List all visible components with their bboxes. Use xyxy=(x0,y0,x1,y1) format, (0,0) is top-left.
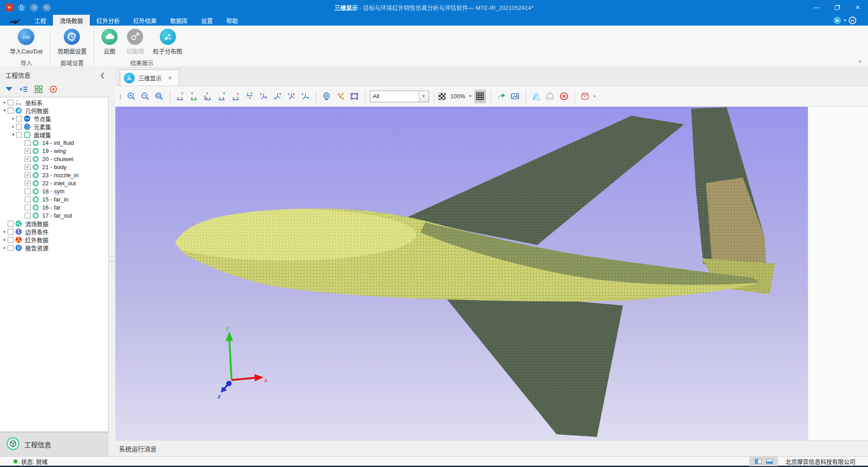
grid-view-icon[interactable] xyxy=(34,85,43,95)
filter-icon[interactable] xyxy=(4,85,13,95)
display-filter-combobox[interactable]: All ▼ xyxy=(370,91,429,102)
tree-checkbox[interactable]: ✓ xyxy=(25,172,31,178)
grid-toggle-icon[interactable] xyxy=(474,90,486,103)
tree-checkbox[interactable] xyxy=(16,124,22,130)
expander-icon[interactable]: ▸ xyxy=(10,124,16,129)
tree-checkbox[interactable] xyxy=(8,229,13,235)
zoom-out-icon[interactable] xyxy=(140,90,151,103)
tree-item-18-sym[interactable]: 18 - sym xyxy=(0,187,108,195)
tree-checkbox[interactable]: ✓ xyxy=(25,156,31,162)
expander-icon[interactable]: ▸ xyxy=(10,116,16,121)
tree-item-16-far[interactable]: 16 - far xyxy=(0,203,108,211)
panel-collapse-icon[interactable]: ❮ xyxy=(100,72,105,79)
panel-footer-tab[interactable]: 工程信息 xyxy=(0,432,109,456)
zoom-fit-icon[interactable] xyxy=(153,90,165,103)
view-iso-3-icon[interactable]: zx xyxy=(286,90,298,103)
menu-item-ir-analysis[interactable]: 红外分析 xyxy=(90,15,127,26)
maximize-button[interactable] xyxy=(827,0,847,15)
tree-checkbox[interactable] xyxy=(8,108,13,113)
layout-bottom-panel-icon[interactable] xyxy=(766,459,773,464)
expander-icon[interactable]: ▸ xyxy=(2,100,8,105)
tree-checkbox[interactable] xyxy=(25,205,31,210)
view-front-icon[interactable]: Yxz xyxy=(175,90,186,103)
tree-checkbox[interactable] xyxy=(8,237,13,243)
zoom-level-value[interactable]: 100% xyxy=(451,93,465,100)
view-bottom-icon[interactable]: zYx xyxy=(244,90,256,103)
undo-icon[interactable]: ↺ xyxy=(30,4,38,12)
view-back-icon[interactable]: Yzx xyxy=(189,90,200,103)
tree-item-23-nozzle_in[interactable]: ✓23 - nozzle_in xyxy=(0,171,108,179)
new-document-icon[interactable] xyxy=(18,4,26,12)
expander-icon[interactable]: ▾ xyxy=(10,132,16,137)
tree-item-17-far_out[interactable]: 17 - far_out xyxy=(0,211,108,219)
tree-item-19-wing[interactable]: ✓19 - wing xyxy=(0,147,108,155)
tree-item-report-resources[interactable]: ▸报告资源 xyxy=(0,244,108,252)
import-cas-dat-button[interactable]: cas导入Cas/Dat xyxy=(6,27,46,58)
tree-checkbox[interactable] xyxy=(8,221,13,227)
expander-icon[interactable]: ▸ xyxy=(2,245,8,250)
zoom-in-icon[interactable] xyxy=(126,90,137,103)
opacity-checker-icon[interactable] xyxy=(438,93,446,100)
tab-close-icon[interactable]: ✕ xyxy=(168,75,172,81)
view-left-icon[interactable]: Yxz xyxy=(202,90,214,103)
mirror-icon[interactable] xyxy=(530,90,542,103)
combo-dropdown-icon[interactable]: ▼ xyxy=(419,91,429,102)
expander-icon[interactable]: ▾ xyxy=(2,108,8,113)
layout-left-panel-icon[interactable] xyxy=(755,459,762,464)
menu-item-settings[interactable]: 设置 xyxy=(194,15,219,26)
app-icon[interactable] xyxy=(5,4,13,11)
tree-checkbox[interactable] xyxy=(8,100,13,105)
tree-item-20-chuiwei[interactable]: ✓20 - chuiwei xyxy=(0,155,108,163)
tree-checkbox[interactable] xyxy=(8,245,13,251)
tree-checkbox[interactable] xyxy=(25,196,31,202)
package-caret-icon[interactable]: ∨ xyxy=(593,94,596,98)
delete-icon[interactable] xyxy=(558,90,570,103)
tree-checkbox[interactable]: ✓ xyxy=(25,164,31,170)
contour-map-button[interactable]: 云图 xyxy=(98,27,121,58)
tree-checkbox[interactable] xyxy=(25,213,31,218)
zoom-level-caret-icon[interactable]: ▼ xyxy=(469,94,472,98)
target-icon[interactable] xyxy=(49,85,58,95)
probe-view-icon[interactable] xyxy=(321,90,333,103)
tree-item-face-set[interactable]: ▾面域集 xyxy=(0,131,108,139)
tree-item-geometry-data[interactable]: ▾几何数据 xyxy=(0,106,108,114)
export-arrow-icon[interactable] xyxy=(495,90,507,103)
selection-box-icon[interactable] xyxy=(349,90,360,103)
tree-checkbox[interactable] xyxy=(16,116,22,122)
expander-icon[interactable]: ▸ xyxy=(2,237,8,242)
tree-checkbox[interactable]: ✓ xyxy=(25,180,31,186)
view-iso-2-icon[interactable]: Yz xyxy=(272,90,284,103)
tree-item-boundary-conditions[interactable]: ▸边界条件 xyxy=(0,227,108,236)
redo-icon[interactable]: ↻ xyxy=(43,4,51,12)
periodic-face-setting-button[interactable]: 周期面设置 xyxy=(54,27,90,58)
tree-item-flow-field-data[interactable]: 流场数据 xyxy=(0,219,108,227)
view-iso-1-icon[interactable]: zx xyxy=(258,90,270,103)
menu-item-database[interactable]: 数据库 xyxy=(163,15,194,26)
view-right-icon[interactable]: Yzx xyxy=(216,90,228,103)
minimize-button[interactable]: — xyxy=(806,0,827,15)
help-media-icon[interactable]: ▶ xyxy=(833,17,841,24)
menu-item-ir-results[interactable]: 红外结果 xyxy=(127,15,163,26)
package-box-icon[interactable] xyxy=(579,90,591,103)
tree-item-22-inlet_out[interactable]: ✓22 - inlet_out xyxy=(0,179,108,187)
tree-checkbox[interactable] xyxy=(25,140,31,146)
3d-viewport[interactable]: y x z xyxy=(115,107,808,440)
particle-distribution-map-button[interactable]: 粒子分布图 xyxy=(149,27,186,58)
ribbon-collapse-icon[interactable]: ∧ xyxy=(858,58,862,64)
tree-checkbox[interactable]: ✓ xyxy=(25,148,31,154)
toolbar-grip[interactable]: ∥ xyxy=(119,93,123,100)
expander-icon[interactable]: ▸ xyxy=(2,229,8,234)
tree-item-14-int_fluid[interactable]: 14 - int_fluid xyxy=(0,139,108,147)
menu-item-flow-data[interactable]: 流场数据 xyxy=(53,15,90,26)
panel-splitter[interactable]: ⋮⋮⋮ xyxy=(109,67,115,456)
tree-item-15-far_in[interactable]: 15 - far_in xyxy=(0,195,108,203)
tree-checkbox[interactable] xyxy=(25,188,31,194)
snapshot-icon[interactable] xyxy=(509,90,521,103)
tree-checkbox[interactable] xyxy=(16,132,22,138)
tab-3d-view[interactable]: 三维显示 ✕ xyxy=(120,70,179,86)
menu-item-help[interactable]: 帮助 xyxy=(219,15,245,26)
manual-book-icon[interactable]: ▤ xyxy=(849,17,856,24)
menu-right-caret-icon[interactable]: ▾ xyxy=(844,18,846,22)
tree-item-infrared-data[interactable]: ▸红外数据 xyxy=(0,236,108,244)
tree-item-coordinate-system[interactable]: ▸YZX坐标系 xyxy=(0,98,108,106)
